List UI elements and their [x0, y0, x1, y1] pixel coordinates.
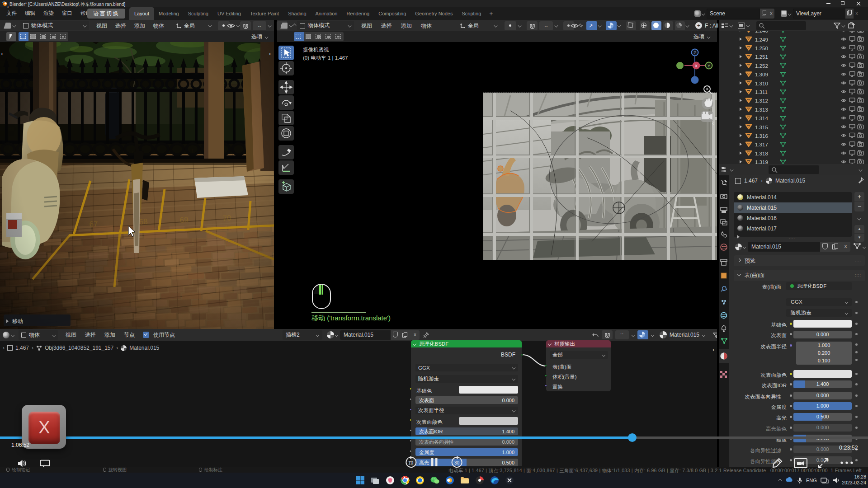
- svg-text:1.250: 1.250: [755, 46, 768, 51]
- svg-text:1.317: 1.317: [755, 142, 768, 147]
- svg-text:1.319: 1.319: [755, 160, 768, 164]
- svg-text:1.240: 1.240: [755, 31, 768, 33]
- svg-text:1.316: 1.316: [755, 133, 768, 139]
- svg-text:1.251: 1.251: [755, 54, 768, 60]
- svg-text:10: 10: [408, 460, 414, 465]
- svg-text:1.318: 1.318: [755, 151, 768, 156]
- svg-text:1.312: 1.312: [755, 98, 768, 103]
- svg-text:30: 30: [454, 460, 460, 465]
- svg-text:1.313: 1.313: [755, 107, 768, 113]
- svg-text:1.252: 1.252: [755, 63, 768, 69]
- svg-text:Y: Y: [708, 64, 710, 68]
- svg-text:1.309: 1.309: [755, 72, 768, 77]
- svg-text:1.314: 1.314: [755, 116, 768, 121]
- svg-text:1.311: 1.311: [755, 89, 768, 95]
- svg-text:1.315: 1.315: [755, 125, 768, 130]
- svg-text:Z: Z: [693, 51, 696, 55]
- svg-text:1.249: 1.249: [755, 37, 768, 42]
- svg-text:X: X: [695, 64, 698, 68]
- svg-text:1.310: 1.310: [755, 81, 768, 86]
